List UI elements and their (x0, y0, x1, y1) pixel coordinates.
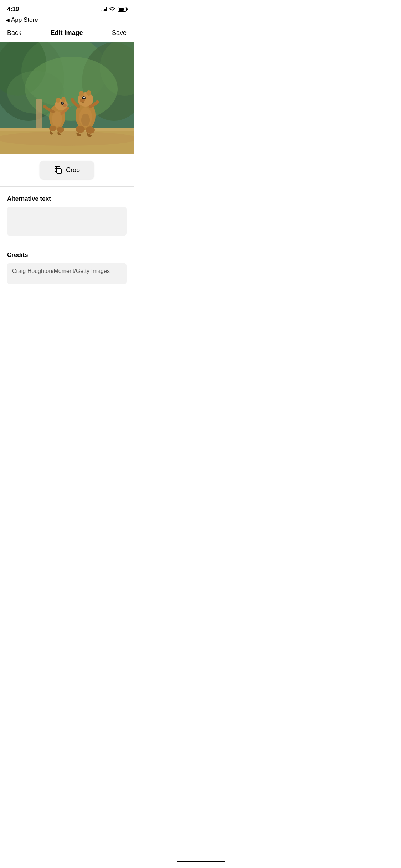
svg-point-33 (86, 126, 95, 134)
svg-point-28 (86, 90, 91, 96)
save-button[interactable]: Save (112, 29, 127, 37)
credits-section: Credits Craig Houghton/Moment/Getty Imag… (0, 244, 134, 284)
svg-point-30 (83, 97, 85, 98)
wifi-icon (109, 7, 115, 11)
alt-text-input[interactable] (7, 207, 127, 236)
crop-section: Crop (0, 154, 134, 185)
back-button[interactable]: Back (7, 29, 21, 37)
svg-rect-39 (57, 169, 61, 173)
svg-point-18 (62, 103, 63, 104)
crop-label: Crop (66, 166, 80, 174)
image-preview (0, 42, 134, 154)
section-divider (0, 186, 134, 187)
battery-icon (118, 7, 127, 12)
alt-text-section: Alternative text (0, 188, 134, 237)
credits-input[interactable]: Craig Houghton/Moment/Getty Images (7, 263, 127, 284)
svg-point-24 (52, 111, 62, 127)
alt-text-label: Alternative text (7, 195, 127, 202)
crop-button[interactable]: Crop (40, 161, 94, 179)
svg-point-35 (81, 114, 90, 126)
app-store-back-arrow: ◀ (6, 17, 10, 23)
credits-label: Credits (7, 252, 127, 259)
page-title: Edit image (50, 29, 83, 37)
svg-point-22 (49, 126, 56, 131)
svg-point-15 (56, 98, 60, 103)
status-time: 4:19 (7, 6, 19, 13)
crop-icon (54, 166, 62, 174)
svg-point-16 (61, 97, 66, 102)
svg-rect-9 (36, 99, 42, 131)
svg-point-27 (79, 91, 84, 97)
svg-point-31 (80, 99, 85, 102)
signal-icon (101, 7, 107, 11)
svg-point-23 (57, 127, 64, 133)
app-store-back[interactable]: ◀ App Store (0, 16, 134, 26)
prairie-dogs-image (0, 42, 134, 154)
svg-point-32 (76, 126, 85, 133)
nav-bar: Back Edit image Save (0, 26, 134, 42)
status-bar: 4:19 (0, 0, 134, 16)
app-store-label: App Store (11, 16, 38, 24)
svg-point-12 (0, 131, 134, 146)
svg-point-19 (63, 104, 67, 107)
status-icons (101, 7, 127, 12)
